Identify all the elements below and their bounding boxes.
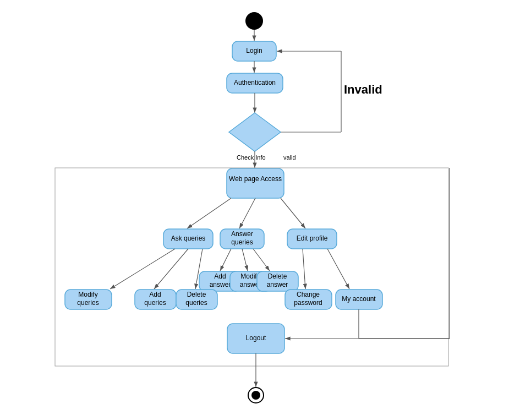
start-node: [245, 12, 263, 30]
change-password-label-1: Change: [297, 291, 320, 298]
arrow-web-edit: [281, 198, 305, 228]
delete-answer-label-2: answer: [267, 281, 288, 288]
change-password-label-2: password: [294, 299, 322, 307]
check-info-diamond: [229, 113, 281, 151]
login-label: Login: [246, 47, 262, 54]
arrow-ans-delete: [253, 249, 270, 271]
logout-label: Logout: [246, 334, 266, 342]
edit-profile-label: Edit profile: [297, 234, 328, 242]
arrow-web-ask: [187, 198, 231, 228]
authentication-label: Authentication: [234, 79, 276, 86]
arrow-ask-add: [154, 249, 188, 289]
modify-queries-label-2: queries: [77, 299, 98, 307]
end-inner-circle: [251, 391, 260, 400]
arrow-ans-add: [220, 249, 231, 271]
check-info-label: Check Info: [237, 154, 266, 161]
delete-answer-label-1: Delete: [268, 272, 287, 280]
web-page-access-node: [227, 168, 284, 198]
arrow-edit-change: [303, 249, 305, 289]
arrow-web-answer: [239, 198, 255, 228]
arrow-ask-modify: [110, 249, 175, 289]
arrow-ans-modify: [242, 249, 248, 271]
add-queries-label-2: queries: [144, 299, 166, 307]
invalid-label: Invalid: [344, 83, 382, 96]
valid-label: valid: [283, 154, 296, 161]
my-account-label: My account: [342, 295, 376, 303]
answer-queries-label-2: queries: [231, 238, 253, 246]
modify-queries-label-1: Modify: [78, 291, 97, 298]
add-queries-label-1: Add: [149, 291, 161, 298]
arrow-edit-myaccount: [327, 249, 349, 289]
answer-queries-label-1: Answer: [231, 230, 253, 238]
web-page-access-label-1: Web page Access: [229, 175, 282, 183]
add-answer-label-2: answer: [210, 281, 231, 288]
delete-queries-label-2: queries: [185, 299, 207, 307]
delete-queries-label-1: Delete: [187, 291, 206, 298]
ask-queries-label: Ask queries: [171, 234, 206, 242]
add-answer-label-1: Add: [214, 272, 226, 280]
